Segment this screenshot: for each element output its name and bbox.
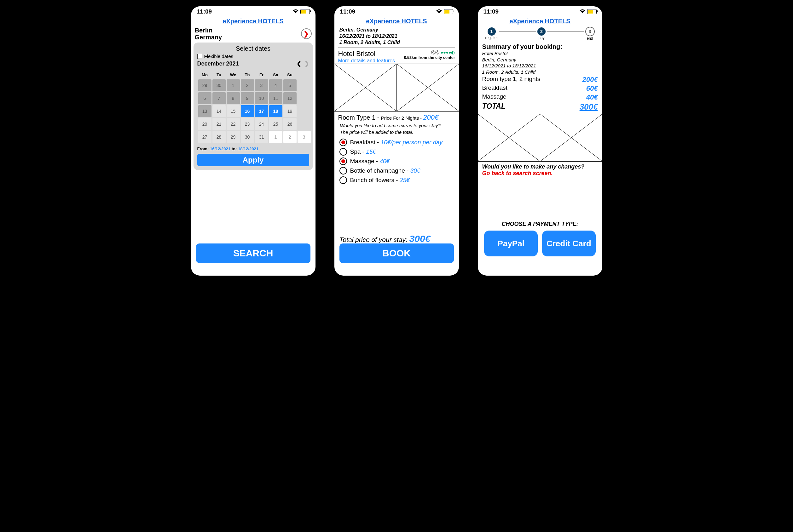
calendar-day[interactable]: 8 (227, 92, 240, 104)
calendar-day[interactable]: 3 (297, 131, 311, 143)
calendar-day[interactable]: 10 (255, 92, 268, 104)
status-bar: 11:09 (334, 6, 459, 17)
go-back-link[interactable]: Go back to search screen. (478, 170, 602, 177)
search-location[interactable]: Berlin Germany (195, 27, 222, 41)
calendar-day[interactable]: 26 (283, 118, 297, 130)
calendar-day[interactable]: 29 (198, 79, 211, 91)
paypal-button[interactable]: PayPal (484, 231, 538, 256)
calendar-day[interactable]: 11 (269, 92, 282, 104)
summary-dates: 16/12/2021 to 18/12/2021 (482, 63, 598, 69)
image-placeholder[interactable] (478, 114, 540, 161)
battery-icon (444, 9, 453, 14)
app-title[interactable]: eXperience HOTELS (478, 18, 602, 25)
extra-massage[interactable]: Massage - 40€ (339, 157, 454, 165)
weekday-header: Su (283, 71, 297, 78)
summary-hotel: Hotel Bristol (482, 51, 598, 57)
apply-button[interactable]: Apply (197, 154, 309, 166)
search-button[interactable]: SEARCH (196, 244, 311, 263)
calendar-day[interactable]: 5 (283, 79, 297, 91)
calendar-day[interactable]: 29 (227, 131, 240, 143)
picker-title: Select dates (197, 45, 309, 52)
image-gallery[interactable] (334, 64, 459, 112)
calendar-day[interactable]: 31 (255, 131, 268, 143)
checkbox-icon (197, 54, 202, 59)
extra-name: Bunch of flowers - (350, 177, 400, 183)
line-label: Massage (482, 93, 506, 101)
total-label: TOTAL (482, 102, 506, 112)
book-button[interactable]: BOOK (339, 244, 454, 263)
calendar-day[interactable]: 23 (241, 118, 254, 130)
image-placeholder[interactable] (334, 64, 397, 111)
credit-card-button[interactable]: Credit Card (542, 231, 596, 256)
calendar-day[interactable]: 2 (283, 131, 297, 143)
calendar-day[interactable]: 1 (269, 131, 282, 143)
extra-breakfast[interactable]: Breakfast - 10€/per person per day (339, 138, 454, 146)
next-month-button[interactable]: ❯ (305, 60, 309, 67)
extra-flowers[interactable]: Bunch of flowers - 25€ (339, 176, 454, 184)
weekday-header: Fr (255, 71, 268, 78)
status-icons (436, 8, 453, 15)
app-title[interactable]: eXperience HOTELS (334, 18, 459, 25)
to-label: to: (232, 147, 237, 151)
flexible-dates-checkbox[interactable]: Flexible dates (197, 54, 309, 59)
calendar-day[interactable]: 21 (213, 118, 226, 130)
calendar-day[interactable]: 22 (227, 118, 240, 130)
status-bar: 11:09 (191, 6, 315, 17)
calendar-day[interactable]: 2 (241, 79, 254, 91)
image-placeholder[interactable] (540, 114, 602, 161)
month-label: December 2021 (197, 60, 239, 67)
weekday-header: Mo (198, 71, 211, 78)
payment-buttons: PayPal Credit Card (478, 227, 602, 260)
calendar-day[interactable]: 25 (269, 118, 282, 130)
step-pay[interactable]: 2 pay (537, 27, 546, 40)
calendar-day[interactable]: 12 (283, 92, 297, 104)
calendar-day[interactable]: 30 (213, 79, 226, 91)
calendar-day[interactable]: 27 (198, 131, 211, 143)
next-arrow-button[interactable]: ❯ (301, 28, 312, 39)
calendar-day[interactable]: 14 (213, 105, 226, 117)
calendar-day[interactable]: 20 (198, 118, 211, 130)
room-type-label: Room Type 1 - (338, 114, 381, 121)
step-end[interactable]: 3 end (585, 27, 595, 41)
total-value: 300€ (579, 102, 598, 112)
summary-line-breakfast: Breakfast 60€ (482, 84, 598, 93)
wifi-icon (293, 8, 298, 15)
calendar: Mo Tu We Th Fr Sa Su 29 30 1 2 3 4 5 6 7… (197, 70, 312, 144)
extra-price: 10€/per person per day (381, 139, 443, 146)
calendar-day[interactable]: 7 (213, 92, 226, 104)
battery-icon (587, 9, 597, 14)
calendar-day[interactable]: 1 (227, 79, 240, 91)
line-value: 200€ (583, 76, 598, 84)
image-gallery[interactable] (478, 114, 602, 162)
extra-champagne[interactable]: Bottle of champagne - 30€ (339, 167, 454, 174)
calendar-day[interactable]: 15 (227, 105, 240, 117)
app-title[interactable]: eXperience HOTELS (191, 18, 315, 25)
step-register[interactable]: 1 register (485, 27, 498, 40)
extra-name: Spa - (350, 148, 366, 155)
status-time: 11:09 (483, 8, 499, 15)
calendar-day[interactable]: 9 (241, 92, 254, 104)
info-dates: 16/12/2021 to 18/12/2021 (339, 33, 454, 39)
step-label: end (587, 36, 593, 41)
calendar-day-selected[interactable]: 17 (255, 105, 268, 117)
calendar-day[interactable]: 13 (198, 105, 211, 117)
step-number: 1 (487, 27, 496, 36)
prev-month-button[interactable]: ❮ (297, 60, 301, 67)
tripadvisor-icon: ⓞⓞ (431, 50, 439, 55)
calendar-day-selected[interactable]: 18 (269, 105, 282, 117)
calendar-day[interactable]: 24 (255, 118, 268, 130)
image-placeholder[interactable] (397, 64, 459, 111)
extra-spa[interactable]: Spa - 15€ (339, 148, 454, 156)
calendar-day-selected[interactable]: 16 (241, 105, 254, 117)
radio-icon (339, 157, 347, 165)
calendar-day[interactable]: 3 (255, 79, 268, 91)
calendar-day[interactable]: 19 (283, 105, 297, 117)
calendar-day[interactable]: 6 (198, 92, 211, 104)
phone-summary-screen: 11:09 eXperience HOTELS 1 register 2 pay… (478, 6, 602, 276)
line-label: Breakfast (482, 84, 508, 93)
details-link[interactable]: More details and features (338, 58, 395, 64)
calendar-day[interactable]: 28 (213, 131, 226, 143)
extra-name: Bottle of champagne - (350, 167, 410, 174)
calendar-day[interactable]: 30 (241, 131, 254, 143)
calendar-day[interactable]: 4 (269, 79, 282, 91)
